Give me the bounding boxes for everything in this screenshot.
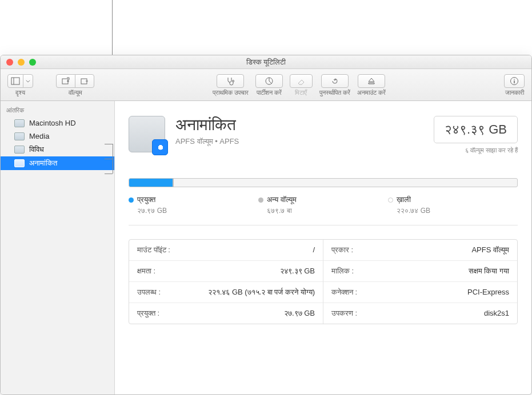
- add-volume-icon: [61, 76, 70, 86]
- owner-value: सक्षम किया गया: [469, 267, 509, 276]
- legend-used-value: २७.९७ GB: [137, 207, 258, 215]
- type-key: प्रकार :: [331, 245, 353, 255]
- app-window: डिस्क यूटिलिटी दृश्य: [0, 55, 532, 395]
- info-icon: [510, 76, 519, 86]
- restore-button[interactable]: [321, 74, 349, 88]
- unmount-label: अनमाउंट करें: [357, 89, 386, 96]
- close-button[interactable]: [6, 59, 13, 66]
- partition-label: पार्टीशन करें: [257, 89, 282, 96]
- free-dot-icon: [388, 198, 393, 203]
- erase-group: मिटाएँ: [290, 74, 313, 96]
- sidebar-item-label: विविध: [29, 145, 44, 154]
- restore-label: पुनर्स्थापित करें: [319, 89, 350, 96]
- callout-connector: [105, 144, 113, 144]
- first-aid-label: प्राथमिक उपचार: [213, 89, 249, 96]
- pie-icon: [265, 76, 274, 86]
- sidebar-item-macintosh-hd[interactable]: Macintosh HD: [1, 116, 114, 130]
- disk-icon: [14, 119, 25, 127]
- connection-key: कनेक्शन :: [331, 288, 357, 297]
- erase-label: मिटाएँ: [295, 89, 307, 96]
- usage-bar-used: [129, 179, 173, 187]
- usage-legend: प्रयुक्त २७.९७ GB अन्य वॉल्यूम ६७९.७ बा …: [129, 195, 518, 225]
- info-group: जानकारी: [504, 74, 525, 96]
- titlebar: डिस्क यूटिलिटी: [1, 55, 531, 69]
- view-button[interactable]: [7, 74, 23, 88]
- legend-free-label: ख़ाली: [397, 195, 411, 204]
- disk-icon: [14, 159, 25, 167]
- volume-size: २४९.३९ GB: [434, 116, 518, 143]
- sidebar-item-label: Media: [29, 132, 49, 140]
- sidebar-heading: आंतरिक: [1, 104, 114, 116]
- volume-sharing: ६ वॉल्यूम साझा कर रहे हैं: [434, 147, 518, 154]
- owner-key: मालिक :: [331, 267, 354, 276]
- stethoscope-icon: [226, 76, 235, 86]
- available-value: २२१.४६ GB (७१५.२ बा पर्ज करने योग्य): [208, 288, 315, 297]
- unmount-group: अनमाउंट करें: [357, 74, 386, 96]
- view-label: दृश्य: [15, 89, 25, 96]
- partition-group: पार्टीशन करें: [255, 74, 283, 96]
- partition-button[interactable]: [255, 74, 283, 88]
- device-key: उपकरण :: [331, 309, 357, 318]
- toolbar: दृश्य वॉल्यूम प्राथमिक उपचार: [1, 69, 531, 101]
- used-value: २७.९७ GB: [284, 309, 315, 318]
- usage-bar: [129, 178, 518, 187]
- sidebar-icon: [11, 76, 20, 86]
- disk-icon: [14, 146, 25, 154]
- erase-icon: [297, 76, 306, 86]
- restore-icon: [330, 76, 339, 86]
- used-key: प्रयुक्त :: [137, 309, 159, 318]
- volume-group: वॉल्यूम: [56, 74, 94, 96]
- device-value: disk2s1: [484, 309, 509, 318]
- chevron-down-icon: [25, 78, 31, 84]
- svg-point-7: [514, 79, 515, 80]
- available-key: उपलब्ध :: [137, 288, 161, 297]
- usage-bar-other: [173, 179, 174, 187]
- capacity-value: २४९.३९ GB: [280, 267, 315, 276]
- volume-subtitle: APFS वॉल्यूम • APFS: [175, 137, 239, 146]
- mount-point-key: माउंट पॉइंट :: [137, 245, 170, 255]
- callout-line: [112, 0, 113, 55]
- callout-connector: [113, 144, 113, 174]
- content-pane: अनामांकित APFS वॉल्यूम • APFS २४९.३९ GB …: [115, 101, 531, 394]
- volume-icon: [129, 116, 165, 152]
- sidebar-item-media[interactable]: Media: [1, 130, 114, 143]
- info-button[interactable]: [504, 74, 525, 88]
- first-aid-group: प्राथमिक उपचार: [213, 74, 249, 96]
- volume-label: वॉल्यूम: [69, 89, 82, 96]
- sidebar-item-unnamed[interactable]: अनामांकित: [1, 156, 114, 170]
- remove-volume-button[interactable]: [75, 74, 94, 88]
- minimize-button[interactable]: [18, 59, 25, 66]
- zoom-button[interactable]: [29, 59, 36, 66]
- other-dot-icon: [258, 198, 263, 203]
- legend-other-label: अन्य वॉल्यूम: [267, 195, 297, 204]
- legend-used-label: प्रयुक्त: [137, 195, 155, 204]
- svg-rect-0: [11, 78, 19, 84]
- usage-bar-section: प्रयुक्त २७.९७ GB अन्य वॉल्यूम ६७९.७ बा …: [129, 178, 518, 225]
- sidebar-item-label: Macintosh HD: [29, 119, 76, 127]
- view-group: दृश्य: [7, 74, 33, 96]
- unmount-button[interactable]: [358, 74, 385, 88]
- callout-connector: [105, 159, 113, 159]
- type-value: APFS वॉल्यूम: [471, 245, 509, 255]
- window-title: डिस्क यूटिलिटी: [1, 58, 531, 67]
- remove-volume-icon: [80, 76, 89, 86]
- used-dot-icon: [129, 198, 134, 203]
- capacity-key: क्षमता :: [137, 267, 155, 276]
- legend-other-value: ६७९.७ बा: [267, 207, 388, 215]
- first-aid-button[interactable]: [217, 74, 244, 88]
- volume-header: अनामांकित APFS वॉल्यूम • APFS २४९.३९ GB …: [129, 116, 518, 154]
- details-table: माउंट पॉइंट :/ क्षमता :२४९.३९ GB उपलब्ध …: [129, 239, 518, 324]
- legend-free-value: २२०.७४ GB: [397, 207, 518, 215]
- erase-button[interactable]: [290, 74, 313, 88]
- svg-point-4: [233, 80, 234, 82]
- info-label: जानकारी: [505, 89, 524, 96]
- restore-group: पुनर्स्थापित करें: [319, 74, 350, 96]
- add-volume-button[interactable]: [56, 74, 75, 88]
- sidebar-item-vividh[interactable]: विविध: [1, 143, 114, 156]
- view-dropdown[interactable]: [23, 74, 33, 88]
- eject-icon: [367, 76, 376, 86]
- callout-connector: [105, 174, 113, 174]
- window-controls: [6, 59, 36, 66]
- volume-name: अनामांकित: [175, 116, 239, 135]
- connection-value: PCI-Express: [467, 288, 509, 297]
